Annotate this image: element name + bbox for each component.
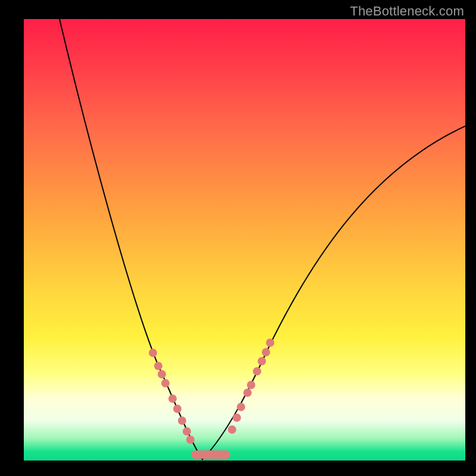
chart-frame: TheBottleneck.com	[0, 0, 476, 476]
marker-dot	[228, 425, 236, 434]
marker-dot	[266, 339, 274, 347]
marker-dot	[178, 416, 186, 425]
watermark-text: TheBottleneck.com	[350, 4, 464, 19]
marker-dot	[233, 414, 241, 422]
marker-dot	[173, 405, 181, 413]
marker-dot	[258, 357, 266, 365]
marker-dot	[168, 394, 177, 403]
marker-dot	[154, 362, 162, 370]
bottleneck-curve	[60, 19, 465, 459]
marker-dot	[161, 379, 170, 387]
marker-dot	[186, 436, 195, 444]
plot-area	[24, 19, 465, 461]
chart-overlay	[24, 19, 465, 461]
marker-dot	[158, 370, 166, 378]
marker-dot	[262, 348, 270, 356]
marker-dot	[247, 381, 255, 389]
marker-dot	[243, 389, 252, 397]
marker-dot	[149, 349, 157, 357]
marker-dot	[237, 403, 245, 411]
curve-base-bar	[191, 450, 230, 459]
marker-dot	[253, 367, 261, 375]
marker-dot	[183, 427, 191, 436]
